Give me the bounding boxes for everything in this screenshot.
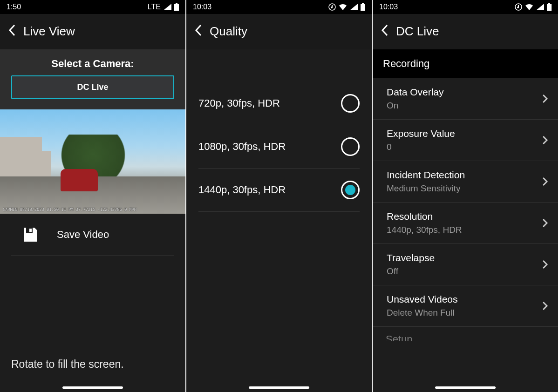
battery-icon	[361, 3, 365, 11]
select-camera-panel: Select a Camera: DC Live	[0, 49, 185, 109]
screen-live-view: 1:50 LTE Live View Select a Camera: DC L…	[0, 0, 186, 392]
setting-title: Data Overlay	[387, 87, 444, 98]
chevron-right-icon	[542, 218, 548, 228]
home-indicator[interactable]	[62, 386, 123, 389]
quality-option-label: 1440p, 30fps, HDR	[198, 184, 286, 196]
preview-overlay-text: GARMIN 08/18/2023 01:50:11 PM 37.77215 -…	[3, 207, 183, 212]
chevron-right-icon	[542, 177, 548, 186]
back-button[interactable]	[376, 22, 393, 40]
live-preview[interactable]: GARMIN 08/18/2023 01:50:11 PM 37.77215 -…	[0, 109, 185, 214]
chevron-left-icon	[195, 24, 202, 36]
setting-title: Exposure Value	[387, 128, 455, 139]
setting-value: 1440p, 30fps, HDR	[387, 225, 462, 235]
svg-rect-8	[548, 3, 550, 4]
quality-option-label: 720p, 30fps, HDR	[198, 97, 280, 109]
setting-title: Travelapse	[387, 252, 435, 264]
radio-selected-icon	[341, 181, 360, 199]
chevron-right-icon	[542, 260, 548, 269]
battery-icon	[547, 3, 552, 11]
setting-value: 0	[387, 142, 455, 152]
select-camera-label: Select a Camera:	[0, 58, 185, 70]
page-title: Live View	[23, 24, 75, 39]
status-bar: 10:03	[186, 0, 372, 14]
svg-rect-9	[547, 4, 552, 11]
radio-icon	[341, 137, 360, 156]
camera-select-button[interactable]: DC Live	[11, 75, 174, 99]
radio-icon	[341, 94, 360, 113]
setting-exposure-value[interactable]: Exposure Value 0	[373, 120, 558, 161]
quality-option-1080p[interactable]: 1080p, 30fps, HDR	[198, 125, 360, 169]
setting-title: Incident Detection	[387, 169, 465, 181]
svg-rect-0	[176, 3, 177, 4]
quality-options: 720p, 30fps, HDR 1080p, 30fps, HDR 1440p…	[186, 82, 372, 212]
signal-icon	[350, 4, 358, 10]
page-title: Quality	[210, 24, 247, 39]
section-header-recording: Recording	[373, 49, 558, 78]
chevron-left-icon	[381, 24, 389, 36]
chevron-right-icon	[542, 135, 548, 145]
setting-travelapse[interactable]: Travelapse Off	[373, 244, 558, 285]
nav-header: Live View	[0, 14, 185, 49]
chevron-left-icon	[8, 24, 16, 36]
battery-icon	[174, 3, 179, 11]
home-indicator[interactable]	[249, 386, 309, 389]
screen-dc-live: 10:03 DC Live Recording Data Overlay On …	[373, 0, 559, 392]
music-icon	[328, 3, 336, 11]
setting-incident-detection[interactable]: Incident Detection Medium Sensitivity	[373, 161, 558, 203]
svg-rect-5	[362, 3, 364, 4]
chevron-right-icon	[542, 301, 548, 311]
section-header-setup-partial: Setup	[373, 327, 558, 341]
svg-rect-6	[361, 4, 365, 11]
setting-value: Medium Sensitivity	[387, 183, 465, 194]
quality-option-1440p[interactable]: 1440p, 30fps, HDR	[198, 169, 360, 212]
setting-value: Off	[387, 266, 435, 277]
signal-icon	[164, 4, 171, 10]
home-indicator[interactable]	[435, 386, 496, 389]
settings-list: Data Overlay On Exposure Value 0 Inciden…	[373, 78, 558, 327]
status-right	[515, 3, 552, 11]
quality-option-720p[interactable]: 720p, 30fps, HDR	[198, 82, 360, 125]
page-title: DC Live	[396, 24, 439, 39]
wifi-icon	[525, 4, 533, 10]
save-video-label: Save Video	[57, 229, 109, 241]
signal-icon	[536, 4, 544, 10]
setting-data-overlay[interactable]: Data Overlay On	[373, 78, 558, 120]
nav-header: DC Live	[373, 14, 558, 49]
save-icon	[22, 227, 38, 243]
quality-option-label: 1080p, 30fps, HDR	[198, 141, 286, 153]
wifi-icon	[339, 4, 347, 10]
setting-unsaved-videos[interactable]: Unsaved Videos Delete When Full	[373, 285, 558, 327]
setting-title: Unsaved Videos	[387, 294, 458, 305]
nav-header: Quality	[186, 14, 372, 49]
setting-title: Resolution	[387, 211, 462, 222]
music-icon	[515, 3, 522, 11]
status-network: LTE	[148, 3, 161, 11]
status-bar: 10:03	[373, 0, 558, 14]
setting-value: Delete When Full	[387, 308, 458, 318]
svg-rect-1	[174, 4, 179, 11]
setting-value: On	[387, 101, 444, 111]
setting-resolution[interactable]: Resolution 1440p, 30fps, HDR	[373, 203, 558, 244]
chevron-right-icon	[542, 94, 548, 103]
status-right: LTE	[148, 3, 179, 11]
status-time: 1:50	[7, 3, 21, 11]
status-bar: 1:50 LTE	[0, 0, 185, 14]
back-button[interactable]	[190, 22, 207, 40]
status-time: 10:03	[193, 3, 211, 11]
svg-rect-3	[29, 229, 32, 232]
back-button[interactable]	[4, 22, 20, 40]
status-right	[328, 3, 365, 11]
status-time: 10:03	[379, 3, 398, 11]
save-video-button[interactable]: Save Video	[11, 214, 174, 256]
screen-quality: 10:03 Quality 720p, 30fps, HDR 1080p, 30…	[186, 0, 373, 392]
